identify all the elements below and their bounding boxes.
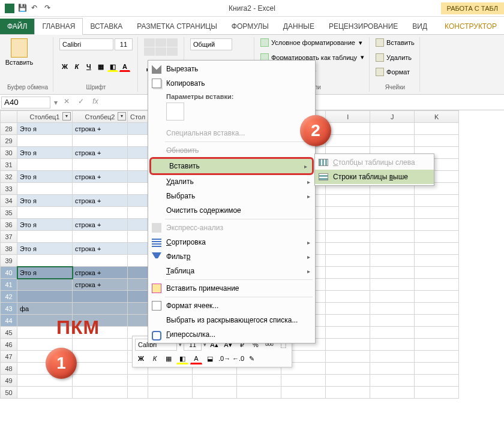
row-header[interactable]: 50 [1, 387, 17, 399]
cm-copy[interactable]: Копировать [148, 76, 315, 91]
qat-save-icon[interactable]: 💾 [18, 4, 28, 13]
row-header[interactable]: 41 [1, 279, 17, 291]
cell[interactable] [370, 327, 415, 339]
filter-dropdown-icon[interactable]: ▾ [62, 112, 71, 120]
cell[interactable] [326, 339, 370, 351]
cell[interactable] [148, 375, 193, 387]
cell[interactable] [370, 315, 415, 327]
row-header[interactable]: 36 [1, 219, 17, 231]
enter-formula-icon[interactable]: ✓ [76, 97, 86, 108]
row-header[interactable]: 30 [1, 147, 17, 159]
cell[interactable] [326, 243, 370, 255]
cell[interactable]: строка + [73, 123, 128, 135]
mt-italic-button[interactable]: К [149, 352, 161, 364]
cell[interactable]: строка + [73, 267, 128, 279]
row-header[interactable]: 29 [1, 135, 17, 147]
cell[interactable]: строка + [73, 171, 128, 183]
cell[interactable] [326, 387, 370, 399]
cell[interactable] [128, 123, 148, 135]
cm-delete[interactable]: Удалить▸ [148, 174, 315, 189]
cell[interactable] [326, 255, 370, 267]
cm-insert[interactable]: Вставить▸ [149, 157, 314, 175]
cm-clear-contents[interactable]: Очистить содержимое [148, 203, 315, 218]
cell[interactable] [370, 351, 415, 363]
column-header[interactable]: I [326, 111, 370, 123]
cell[interactable] [415, 123, 459, 135]
number-format-select[interactable] [190, 38, 232, 50]
mt-bold-button[interactable]: Ж [135, 352, 147, 364]
sm-table-rows-above[interactable]: Строки таблицы выше [315, 170, 434, 184]
cell[interactable] [370, 363, 415, 375]
mt-font-color-button[interactable]: A [190, 352, 202, 364]
name-box[interactable] [1, 97, 50, 109]
cell[interactable] [415, 231, 459, 243]
cell[interactable] [281, 387, 326, 399]
cell[interactable] [415, 375, 459, 387]
cm-pick-from-list[interactable]: Выбрать из раскрывающегося списка... [148, 313, 315, 327]
cell[interactable] [326, 219, 370, 231]
cm-sort[interactable]: Сортировка▸ [148, 235, 315, 249]
row-header[interactable]: 40 [1, 267, 17, 279]
cell[interactable] [237, 375, 281, 387]
paste-button[interactable]: Вставить [7, 38, 31, 66]
fill-color-button[interactable]: ◧ [107, 61, 118, 72]
cell[interactable] [148, 387, 193, 399]
cell[interactable] [73, 339, 128, 351]
cell[interactable]: строка + [73, 195, 128, 207]
cell[interactable] [415, 363, 459, 375]
cell[interactable] [415, 195, 459, 207]
cell[interactable]: строка + [73, 279, 128, 291]
dropdown-icon[interactable]: ▾ [54, 98, 58, 107]
cell[interactable] [326, 123, 370, 135]
cell[interactable] [193, 387, 237, 399]
insert-cells-button[interactable]: Вставить [376, 38, 415, 47]
cell[interactable] [326, 351, 370, 363]
cell[interactable] [73, 291, 128, 303]
tab-file[interactable]: ФАЙЛ [0, 19, 34, 34]
cell[interactable] [415, 255, 459, 267]
cell[interactable] [128, 255, 148, 267]
cell[interactable] [128, 279, 148, 291]
qat-redo-icon[interactable]: ↷ [44, 4, 54, 13]
cell[interactable]: Это я [17, 267, 73, 279]
cell[interactable] [17, 279, 73, 291]
row-header[interactable]: 31 [1, 159, 17, 171]
font-size-input[interactable] [115, 38, 133, 50]
mt-dec-decimal-button[interactable]: ←.0 [232, 352, 244, 364]
row-header[interactable]: 49 [1, 375, 17, 387]
cell[interactable] [73, 231, 128, 243]
tab-home[interactable]: ГЛАВНАЯ [34, 18, 83, 35]
cell[interactable] [326, 303, 370, 315]
cell[interactable] [326, 363, 370, 375]
conditional-formatting-button[interactable]: Условное форматирование▾ [260, 38, 364, 47]
row-header[interactable]: 47 [1, 351, 17, 363]
cell[interactable] [370, 207, 415, 219]
cell[interactable] [326, 315, 370, 327]
underline-button[interactable]: Ч [83, 61, 94, 72]
qat-undo-icon[interactable]: ↶ [31, 4, 41, 13]
delete-cells-button[interactable]: Удалить [376, 53, 415, 62]
row-header[interactable]: 42 [1, 291, 17, 303]
cell[interactable] [415, 135, 459, 147]
row-header[interactable]: 48 [1, 363, 17, 375]
tab-review[interactable]: РЕЦЕНЗИРОВАНИЕ [322, 19, 405, 34]
cell[interactable] [128, 147, 148, 159]
cell[interactable] [17, 183, 73, 195]
row-header[interactable]: 34 [1, 195, 17, 207]
cell[interactable] [370, 339, 415, 351]
cell[interactable]: строка + [73, 147, 128, 159]
cell[interactable] [415, 279, 459, 291]
cm-table[interactable]: Таблица▸ [148, 264, 315, 278]
row-header[interactable]: 45 [1, 327, 17, 339]
cell[interactable]: Это я [17, 147, 73, 159]
italic-button[interactable]: К [71, 61, 82, 72]
cell[interactable] [73, 303, 128, 315]
mt-merge-button[interactable]: ⬓ [204, 352, 216, 364]
cell[interactable] [128, 207, 148, 219]
paste-option-icon[interactable] [166, 103, 184, 120]
mt-format-button[interactable]: ✎ [245, 352, 257, 364]
cm-filter[interactable]: Фильтр▸ [148, 249, 315, 264]
cell[interactable] [237, 387, 281, 399]
cell[interactable] [128, 231, 148, 243]
cell[interactable] [128, 159, 148, 171]
